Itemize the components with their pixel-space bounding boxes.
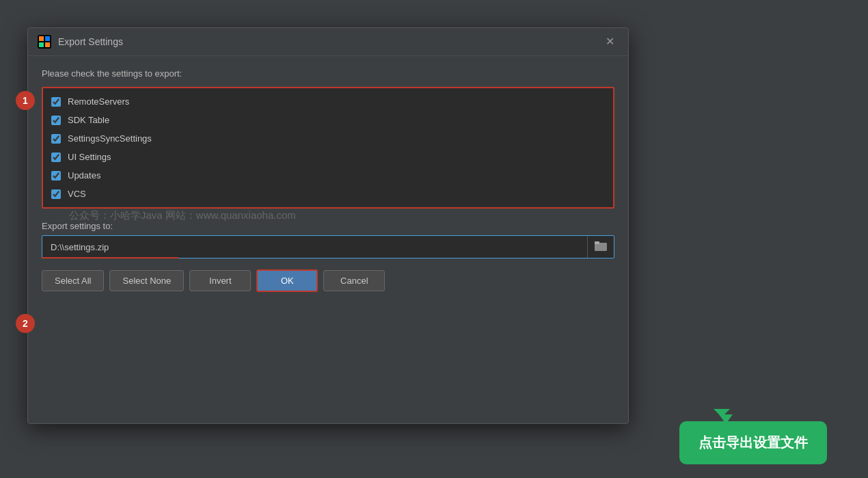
checkbox-vcs[interactable]	[51, 189, 61, 199]
action-buttons: Select All Select None Invert OK Cancel	[42, 269, 614, 292]
annotation-badge-1: 1	[16, 91, 35, 110]
export-to-label: Export settings to:	[42, 221, 614, 231]
dialog-titlebar: Export Settings ✕	[28, 28, 628, 56]
folder-icon	[595, 240, 607, 251]
svg-rect-4	[45, 42, 50, 47]
svg-rect-6	[595, 241, 599, 244]
export-path-row	[42, 235, 614, 258]
export-settings-dialog: 1 2 Export Settings ✕ Please chec	[27, 27, 629, 424]
label-remote-servers: RemoteServers	[68, 96, 129, 107]
label-updates: Updates	[68, 170, 100, 181]
list-item[interactable]: RemoteServers	[43, 92, 613, 111]
label-settings-sync: SettingsSyncSettings	[68, 133, 152, 144]
label-ui-settings: UI Settings	[68, 152, 111, 162]
select-none-button[interactable]: Select None	[109, 270, 184, 291]
instruction-text: Please check the settings to export:	[42, 68, 614, 79]
label-vcs: VCS	[68, 189, 86, 199]
browse-button[interactable]	[587, 236, 614, 258]
checkbox-remote-servers[interactable]	[51, 97, 61, 107]
checkbox-ui-settings[interactable]	[51, 152, 61, 162]
tooltip-text: 点击导出设置文件	[699, 435, 808, 450]
checkbox-sdk-table[interactable]	[51, 116, 61, 125]
svg-rect-1	[39, 36, 44, 41]
list-item[interactable]: SettingsSyncSettings	[43, 129, 613, 148]
cancel-button[interactable]: Cancel	[323, 270, 385, 291]
list-item[interactable]: SDK Table	[43, 111, 613, 129]
ok-button[interactable]: OK	[256, 269, 318, 292]
invert-button[interactable]: Invert	[189, 270, 251, 291]
svg-rect-3	[39, 42, 44, 47]
list-item[interactable]: UI Settings	[43, 148, 613, 166]
dialog-title: Export Settings	[58, 36, 595, 47]
export-path-input[interactable]	[42, 237, 587, 258]
list-item[interactable]: VCS	[43, 185, 613, 203]
checkbox-updates[interactable]	[51, 171, 61, 181]
intellij-icon	[38, 35, 51, 49]
close-button[interactable]: ✕	[601, 35, 619, 49]
list-item[interactable]: Updates	[43, 166, 613, 185]
tooltip-callout: 点击导出设置文件	[679, 421, 827, 464]
annotation-badge-2: 2	[16, 314, 35, 333]
label-sdk-table: SDK Table	[68, 115, 109, 125]
svg-rect-2	[45, 36, 50, 41]
settings-list: RemoteServers SDK Table SettingsSyncSett…	[42, 87, 614, 209]
dialog-body: Please check the settings to export: Rem…	[28, 56, 628, 304]
export-to-section: Export settings to:	[42, 221, 614, 258]
page-background: 1 2 Export Settings ✕ Please chec	[0, 0, 868, 478]
app-icon	[38, 35, 51, 49]
checkbox-settings-sync[interactable]	[51, 134, 61, 144]
select-all-button[interactable]: Select All	[42, 270, 104, 291]
